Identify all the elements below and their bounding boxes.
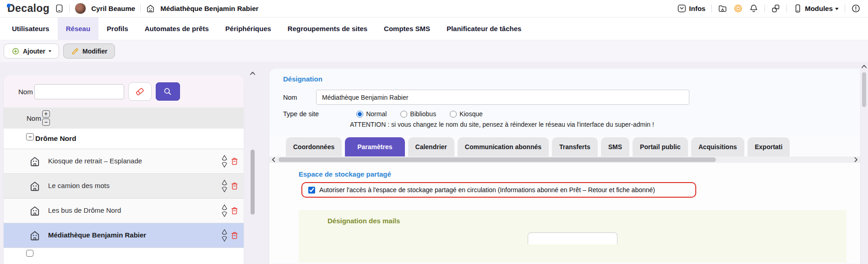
site-list-item[interactable]: Kiosque de retrait – Esplanade xyxy=(4,149,244,173)
delete-site-icon[interactable] xyxy=(230,206,239,216)
infos-button[interactable]: Infos xyxy=(677,4,705,13)
scroll-up-icon[interactable] xyxy=(250,71,256,75)
site-name: Les bus de Drôme Nord xyxy=(48,206,121,215)
move-up-icon[interactable] xyxy=(221,229,228,235)
nav-item-automates[interactable]: Automates de prêts xyxy=(136,17,217,40)
phone-icon xyxy=(793,4,802,13)
tab-portail-public[interactable]: Portail public xyxy=(633,137,688,156)
notifications-bell-icon[interactable] xyxy=(749,4,759,13)
chevron-down-icon xyxy=(49,50,51,52)
alert-info-icon[interactable] xyxy=(851,4,861,13)
move-down-icon[interactable] xyxy=(221,236,228,242)
live-status-icon[interactable] xyxy=(733,4,743,13)
tab-parametres[interactable]: Paramètres xyxy=(345,137,404,156)
collapse-group-icon[interactable]: − xyxy=(26,133,34,140)
sidebar-scrollbar[interactable] xyxy=(249,71,256,264)
nav-item-planificateur[interactable]: Planificateur de tâches xyxy=(438,17,530,40)
tab-sms[interactable]: SMS xyxy=(601,137,629,156)
infos-label: Infos xyxy=(689,5,705,12)
network-group-row[interactable]: − Drôme Nord xyxy=(4,129,244,149)
tab-exportations[interactable]: Exportati xyxy=(748,137,790,156)
mail-designation-input[interactable] xyxy=(528,232,617,244)
nav-item-profils[interactable]: Profils xyxy=(98,17,136,40)
user-name[interactable]: Cyril Beaume xyxy=(91,5,135,12)
expand-all-button[interactable]: + xyxy=(42,110,50,118)
reorder-controls xyxy=(221,155,228,168)
radio-kiosque-input[interactable] xyxy=(450,111,457,118)
admin-nav: Utilisateurs Réseau Profils Automates de… xyxy=(0,17,868,40)
tab-communication-abonnes[interactable]: Communication abonnés xyxy=(458,137,549,156)
nav-item-peripheriques[interactable]: Périphériques xyxy=(217,17,279,40)
next-group-row-partial[interactable] xyxy=(4,248,244,264)
action-toolbar: Ajouter Modifier xyxy=(0,40,868,62)
radio-bibliobus-input[interactable] xyxy=(400,111,407,118)
app-window: Decalog Cyril Beaume Médiathèque Benjami… xyxy=(0,0,868,264)
search-button[interactable] xyxy=(156,82,180,101)
tab-coordonnees[interactable]: Coordonnées xyxy=(286,137,342,156)
delete-site-icon[interactable] xyxy=(230,181,239,191)
move-down-icon[interactable] xyxy=(221,186,228,193)
tablet-icon[interactable] xyxy=(55,4,64,13)
nav-item-comptes-sms[interactable]: Comptes SMS xyxy=(376,17,438,40)
site-name: Kiosque de retrait – Esplanade xyxy=(48,157,142,166)
radio-normal[interactable]: Normal xyxy=(356,110,387,118)
chevron-down-icon xyxy=(835,8,839,10)
site-list-item[interactable]: Les bus de Drôme Nord xyxy=(4,198,244,223)
move-up-icon[interactable] xyxy=(221,204,228,210)
scroll-left-icon[interactable] xyxy=(271,157,276,162)
scrollbar-thumb[interactable] xyxy=(251,150,255,215)
link-icon[interactable] xyxy=(771,4,781,13)
site-name-input[interactable] xyxy=(316,90,689,105)
mail-designation-section: Désignation des mails xyxy=(299,210,846,263)
scroll-up-icon[interactable] xyxy=(861,64,867,69)
edit-button[interactable]: Modifier xyxy=(63,43,115,59)
nav-item-reseau[interactable]: Réseau xyxy=(58,17,98,40)
add-button[interactable]: Ajouter xyxy=(4,43,59,59)
radio-normal-input[interactable] xyxy=(356,111,363,118)
library-building-icon xyxy=(29,180,41,192)
radio-bibliobus[interactable]: Bibliobus xyxy=(400,110,436,118)
expand-group-icon[interactable] xyxy=(26,250,33,257)
decalog-logo[interactable]: Decalog xyxy=(6,2,49,15)
modules-menu-button[interactable]: Modules xyxy=(793,4,839,13)
site-list-item[interactable]: Le camion des mots xyxy=(4,173,244,198)
current-site-name[interactable]: Médiathèque Benjamin Rabier xyxy=(160,5,258,12)
library-building-icon xyxy=(146,4,155,13)
site-type-radio-group: Normal Bibliobus Kiosque xyxy=(356,110,483,118)
page-body: Nom Nom + − − Drôme Nord xyxy=(0,62,868,264)
folder-export-icon[interactable] xyxy=(718,4,727,13)
top-header: Decalog Cyril Beaume Médiathèque Benjami… xyxy=(0,0,868,17)
move-up-icon[interactable] xyxy=(221,155,228,161)
delete-site-icon[interactable] xyxy=(230,156,239,166)
nav-item-regroupements[interactable]: Regroupements de sites xyxy=(279,17,376,40)
user-avatar[interactable] xyxy=(75,3,86,14)
tab-transferts[interactable]: Transferts xyxy=(552,137,598,156)
tree-column-label: Nom xyxy=(27,114,41,122)
move-up-icon[interactable] xyxy=(221,179,228,186)
scrollbar-thumb[interactable] xyxy=(278,157,716,162)
shared-storage-checkbox[interactable] xyxy=(308,187,315,194)
scrollbar-thumb[interactable] xyxy=(862,72,866,107)
main-panel-scrollbar[interactable] xyxy=(861,64,868,264)
radio-kiosque[interactable]: Kiosque xyxy=(450,110,483,118)
move-down-icon[interactable] xyxy=(221,162,228,168)
tab-calendrier[interactable]: Calendrier xyxy=(408,137,454,156)
site-name-search-input[interactable] xyxy=(34,84,124,99)
collapse-all-button[interactable]: − xyxy=(42,119,50,126)
tabs-horizontal-scrollbar[interactable] xyxy=(269,156,860,163)
nav-item-utilisateurs[interactable]: Utilisateurs xyxy=(4,17,58,40)
inbox-icon xyxy=(677,4,687,13)
header-divider xyxy=(786,5,787,12)
name-field-label: Nom xyxy=(283,94,316,101)
move-down-icon[interactable] xyxy=(221,211,228,217)
tab-acquisitions[interactable]: Acquisitions xyxy=(691,137,744,156)
clear-search-button[interactable] xyxy=(128,82,152,101)
site-list-item-selected[interactable]: Médiathèque Benjamin Rabier xyxy=(4,223,244,248)
sites-sidebar: Nom Nom + − − Drôme Nord xyxy=(4,75,244,264)
site-type-label: Type de site xyxy=(283,110,319,118)
delete-site-icon[interactable] xyxy=(230,231,239,240)
scroll-right-icon[interactable] xyxy=(854,157,858,162)
shared-storage-highlighted-option[interactable]: Autoriser l'accès à l'espace de stockage… xyxy=(301,182,696,198)
radio-normal-label: Normal xyxy=(366,110,387,118)
designation-title: Désignation xyxy=(283,75,842,83)
